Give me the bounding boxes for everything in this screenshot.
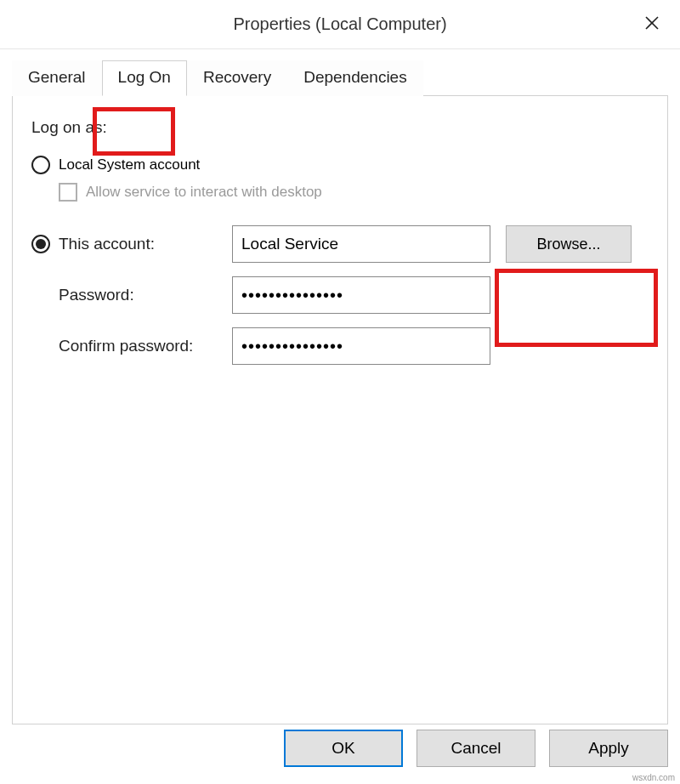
interact-desktop-label: Allow service to interact with desktop (86, 184, 322, 201)
account-name-input[interactable] (232, 225, 490, 263)
option-local-system[interactable]: Local System account (31, 156, 649, 174)
tab-container: General Log On Recovery Dependencies Log… (12, 60, 668, 724)
password-label: Password: (59, 286, 134, 304)
ok-button[interactable]: OK (284, 730, 403, 767)
titlebar: Properties (Local Computer) (0, 0, 680, 49)
window-title: Properties (Local Computer) (233, 14, 446, 34)
tab-panel-log-on: Log on as: Local System account Allow se… (12, 95, 668, 724)
this-account-label: This account: (59, 235, 155, 253)
dialog-button-bar: OK Cancel Apply (284, 730, 668, 767)
tab-dependencies[interactable]: Dependencies (287, 60, 422, 96)
close-button[interactable] (639, 10, 665, 36)
radio-local-system[interactable] (31, 156, 50, 174)
option-interact-desktop: Allow service to interact with desktop (59, 183, 649, 202)
radio-this-account[interactable] (31, 235, 50, 253)
tab-row: General Log On Recovery Dependencies (12, 60, 668, 95)
password-input[interactable] (232, 276, 490, 314)
log-on-as-label: Log on as: (31, 118, 649, 137)
tab-log-on[interactable]: Log On (102, 60, 187, 96)
confirm-password-label: Confirm password: (59, 337, 193, 355)
close-icon (645, 16, 659, 30)
tab-general[interactable]: General (12, 60, 102, 96)
checkbox-interact-desktop (59, 183, 77, 202)
cancel-button[interactable]: Cancel (416, 730, 536, 767)
account-form: This account: Browse... Password: (31, 225, 649, 365)
watermark: wsxdn.com (632, 773, 675, 782)
apply-button[interactable]: Apply (549, 730, 668, 767)
tab-recovery[interactable]: Recovery (187, 60, 287, 96)
local-system-label: Local System account (59, 156, 200, 173)
browse-button[interactable]: Browse... (506, 225, 632, 263)
confirm-password-input[interactable] (232, 327, 490, 365)
